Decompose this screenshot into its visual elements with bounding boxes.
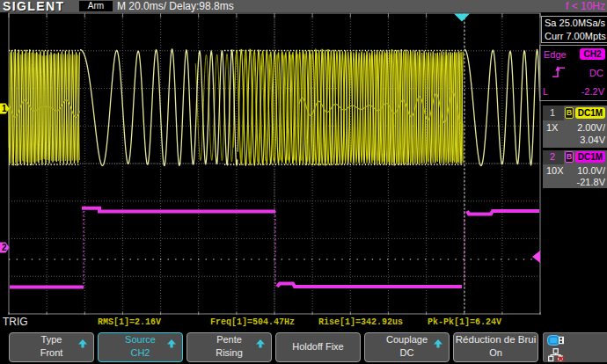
svg-text:1: 1 — [2, 104, 7, 113]
svg-text:2: 2 — [2, 243, 7, 252]
